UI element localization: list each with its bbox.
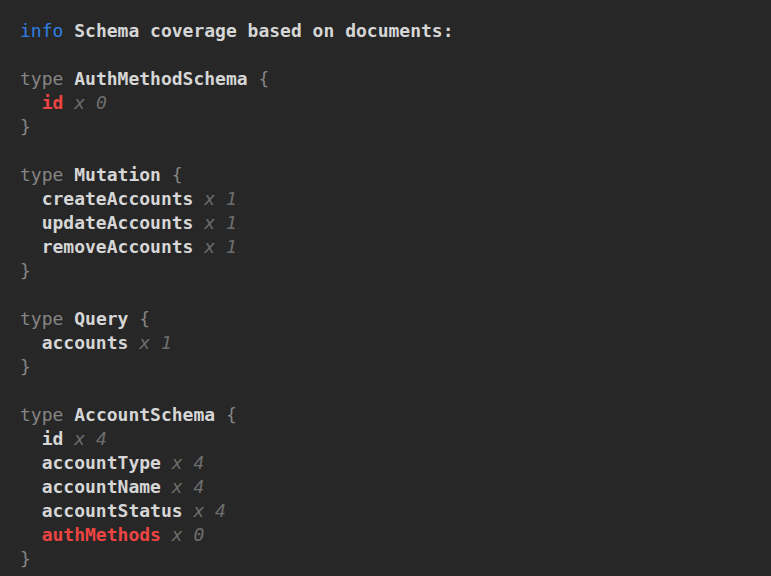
close-brace: }	[20, 116, 31, 137]
type-block: type Query { accounts x 1}	[20, 307, 751, 379]
type-header: type AccountSchema {	[20, 403, 751, 427]
open-brace: {	[139, 308, 150, 329]
type-name: Mutation	[74, 164, 161, 185]
field-line: accounts x 1	[20, 331, 751, 355]
field-name: authMethods	[42, 524, 161, 545]
field-name: updateAccounts	[42, 212, 194, 233]
field-line: updateAccounts x 1	[20, 211, 751, 235]
type-close: }	[20, 115, 751, 139]
field-line: accountName x 4	[20, 475, 751, 499]
field-name: id	[42, 428, 64, 449]
type-close: }	[20, 547, 751, 571]
type-block: type AuthMethodSchema { id x 0}	[20, 67, 751, 139]
type-close: }	[20, 355, 751, 379]
type-name: AuthMethodSchema	[74, 68, 247, 89]
field-count: x 4	[74, 428, 107, 449]
type-keyword: type	[20, 308, 63, 329]
type-keyword: type	[20, 164, 63, 185]
type-close: }	[20, 259, 751, 283]
field-count: x 1	[204, 212, 237, 233]
type-header: type Query {	[20, 307, 751, 331]
type-block: type AccountSchema { id x 4 accountType …	[20, 403, 751, 571]
field-count: x 4	[193, 500, 226, 521]
field-name: id	[42, 92, 64, 113]
type-header: type AuthMethodSchema {	[20, 67, 751, 91]
field-name: accountType	[42, 452, 161, 473]
field-line: removeAccounts x 1	[20, 235, 751, 259]
field-line: createAccounts x 1	[20, 187, 751, 211]
field-name: createAccounts	[42, 188, 194, 209]
close-brace: }	[20, 260, 31, 281]
field-count: x 1	[139, 332, 172, 353]
terminal-output: info Schema coverage based on documents:…	[0, 0, 771, 576]
open-brace: {	[258, 68, 269, 89]
field-line: id x 0	[20, 91, 751, 115]
type-header: type Mutation {	[20, 163, 751, 187]
type-keyword: type	[20, 404, 63, 425]
type-name: Query	[74, 308, 128, 329]
field-line: accountType x 4	[20, 451, 751, 475]
open-brace: {	[226, 404, 237, 425]
close-brace: }	[20, 548, 31, 569]
type-block: type Mutation { createAccounts x 1 updat…	[20, 163, 751, 283]
info-label: info	[20, 20, 63, 41]
type-blocks: type AuthMethodSchema { id x 0}type Muta…	[20, 67, 751, 571]
field-count: x 0	[172, 524, 205, 545]
field-line: id x 4	[20, 427, 751, 451]
open-brace: {	[172, 164, 183, 185]
field-line: accountStatus x 4	[20, 499, 751, 523]
type-keyword: type	[20, 68, 63, 89]
info-line: info Schema coverage based on documents:	[20, 19, 751, 43]
field-count: x 4	[172, 452, 205, 473]
space	[63, 20, 74, 41]
field-name: accountName	[42, 476, 161, 497]
field-count: x 1	[204, 188, 237, 209]
field-name: accounts	[42, 332, 129, 353]
field-name: removeAccounts	[42, 236, 194, 257]
field-name: accountStatus	[42, 500, 183, 521]
field-line: authMethods x 0	[20, 523, 751, 547]
type-name: AccountSchema	[74, 404, 215, 425]
field-count: x 4	[172, 476, 205, 497]
field-count: x 0	[74, 92, 107, 113]
close-brace: }	[20, 356, 31, 377]
info-message: Schema coverage based on documents:	[74, 20, 453, 41]
field-count: x 1	[204, 236, 237, 257]
